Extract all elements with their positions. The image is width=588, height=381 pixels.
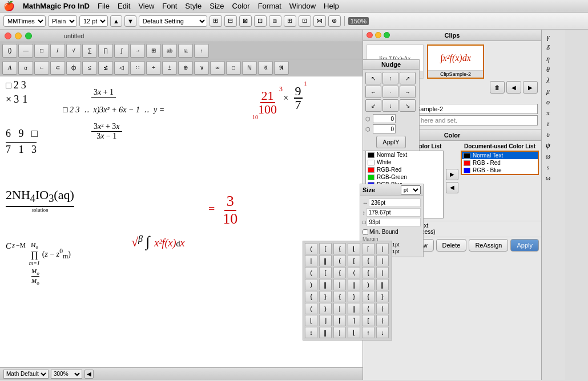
greek-omega2[interactable]: ω: [543, 173, 553, 183]
size-decrement-btn[interactable]: ▲: [110, 15, 122, 27]
color-remove-btn[interactable]: ◀: [446, 182, 458, 193]
sym-btn-6-1[interactable]: ⌋: [319, 315, 332, 326]
greek-eta[interactable]: η: [543, 54, 553, 64]
eq-subset-btn[interactable]: ⊂: [50, 61, 65, 75]
menu-edit[interactable]: Edit: [118, 2, 130, 10]
sym-btn-0-2[interactable]: {: [333, 243, 346, 254]
eq-div2-btn[interactable]: ÷: [146, 61, 161, 75]
greek-tau[interactable]: τ: [543, 119, 553, 129]
eq-sq-btn[interactable]: □: [226, 61, 241, 75]
eq-slash-btn[interactable]: /: [50, 44, 65, 58]
greek-pi[interactable]: π: [543, 108, 553, 118]
eq-alpha-btn[interactable]: α: [18, 61, 33, 75]
sym-btn-0-4[interactable]: ⌈: [362, 243, 374, 254]
sym-btn-7-4[interactable]: ↑: [362, 327, 374, 338]
menu-font[interactable]: Font: [162, 2, 177, 10]
sym-btn-6-0[interactable]: ⌊: [305, 315, 317, 326]
doc-color-blue[interactable]: RGB - Blue: [462, 167, 538, 174]
greek-theta[interactable]: θ: [543, 64, 553, 75]
zoom-fit-btn[interactable]: ◀: [84, 370, 94, 379]
greek-delta-upper[interactable]: δ: [543, 43, 553, 53]
greek-omega-lower[interactable]: ω: [543, 151, 553, 161]
sym-btn-2-1[interactable]: [: [319, 267, 332, 278]
eq-extra-btn[interactable]: ↑: [194, 44, 209, 58]
sym-btn-1-4[interactable]: {: [362, 255, 374, 266]
eq-btn-6[interactable]: ⊞: [284, 15, 296, 27]
preset-select[interactable]: Default Setting: [139, 15, 207, 27]
eq-int-btn[interactable]: ∫: [114, 44, 129, 58]
editor-min-btn[interactable]: [15, 33, 22, 39]
sym-btn-1-1[interactable]: ‖: [319, 255, 332, 266]
eq-inf-btn[interactable]: ∞: [210, 61, 225, 75]
menu-view[interactable]: View: [138, 2, 154, 10]
clips-shortcut-input[interactable]: [403, 115, 538, 125]
eq-matrix-btn[interactable]: ⊞: [146, 44, 161, 58]
sym-btn-6-4[interactable]: [: [362, 315, 374, 326]
eq-btn-7[interactable]: ⊡: [299, 15, 311, 27]
font-style-select[interactable]: Plain: [48, 15, 77, 27]
sym-btn-4-0[interactable]: {: [305, 291, 317, 302]
menu-format[interactable]: Format: [258, 2, 281, 10]
eq-btn-9[interactable]: ⊛: [328, 15, 341, 27]
sym-btn-7-0[interactable]: ↕: [305, 327, 317, 338]
font-family-select[interactable]: MMTimes: [3, 15, 46, 27]
menu-style[interactable]: Style: [185, 2, 202, 10]
sym-btn-5-4[interactable]: ⟨: [362, 303, 374, 314]
sym-btn-4-1[interactable]: }: [319, 291, 332, 302]
greek-s[interactable]: s: [543, 162, 553, 172]
greek-lambda[interactable]: λ: [543, 75, 553, 86]
sym-btn-4-2[interactable]: {: [333, 291, 346, 302]
eq-partial-btn[interactable]: ф: [66, 61, 81, 75]
nudge-upleft[interactable]: ↖: [365, 72, 381, 84]
sym-btn-5-3[interactable]: ‖: [348, 303, 360, 314]
sym-btn-3-0[interactable]: ): [305, 279, 317, 290]
eq-bracket-btn[interactable]: —: [18, 44, 33, 58]
greek-psi[interactable]: ψ: [543, 140, 553, 151]
min-bound-checkbox[interactable]: [363, 229, 368, 235]
sym-btn-5-1[interactable]: ): [319, 303, 332, 314]
sym-btn-7-3[interactable]: ⌊: [348, 327, 360, 338]
eq-leq-btn[interactable]: ≤: [82, 61, 97, 75]
nudge-x-input[interactable]: [373, 114, 396, 123]
nudge-down[interactable]: ↓: [382, 99, 398, 112]
sym-btn-4-3[interactable]: }: [348, 291, 360, 302]
eq-sqrt-btn[interactable]: √: [66, 44, 81, 58]
clips-max-btn[interactable]: [384, 32, 390, 38]
eq-btn-1[interactable]: ⊞: [210, 15, 222, 27]
eq-arrow-btn[interactable]: →: [130, 44, 145, 58]
eq-btn-5[interactable]: ⧈: [269, 15, 281, 27]
eq-box-btn[interactable]: □: [34, 44, 49, 58]
doc-color-red[interactable]: RGB - Red: [462, 159, 538, 167]
clips-next-btn[interactable]: ▶: [523, 81, 538, 94]
greek-gamma[interactable]: γ: [543, 32, 553, 42]
eq-arrow2-btn[interactable]: ←: [34, 61, 49, 75]
sym-btn-3-4[interactable]: ): [362, 279, 374, 290]
sym-btn-4-5[interactable]: }: [376, 291, 389, 302]
sym-btn-4-4[interactable]: {: [362, 291, 374, 302]
sym-btn-5-5[interactable]: ⟩: [376, 303, 389, 314]
nudge-left[interactable]: ←: [365, 86, 381, 98]
clip-item-2[interactable]: ∫x²f(x)dx ClipSample-2: [427, 44, 484, 79]
apple-menu[interactable]: 🍎: [3, 1, 15, 11]
greek-mu[interactable]: μ: [543, 86, 553, 96]
editor-close-btn[interactable]: [5, 33, 11, 39]
nudge-up[interactable]: ↑: [382, 72, 398, 84]
sym-btn-0-3[interactable]: ⌊: [348, 243, 360, 254]
size-unit-select[interactable]: pt: [401, 185, 421, 194]
greek-upsilon[interactable]: υ: [543, 129, 553, 140]
eq-text-btn[interactable]: ab: [162, 44, 177, 58]
eq-pm-btn[interactable]: ±: [162, 61, 177, 75]
eq-oplus-btn[interactable]: ⊕: [178, 61, 193, 75]
eq-nleq-btn[interactable]: ≰: [98, 61, 113, 75]
eq-italic-A[interactable]: A: [2, 61, 17, 75]
eq-btn-8[interactable]: ⋈: [313, 15, 326, 27]
eq-script-btn[interactable]: 𝔄: [258, 61, 273, 75]
eq-prod-btn[interactable]: ∏: [98, 44, 113, 58]
editor-max-btn[interactable]: [25, 33, 32, 39]
eq-dots-btn[interactable]: ∷: [130, 61, 145, 75]
sym-btn-0-0[interactable]: (: [305, 243, 317, 254]
clips-trash-btn[interactable]: 🗑: [490, 81, 505, 94]
eq-paren-btn[interactable]: (): [2, 44, 17, 58]
sym-btn-2-0[interactable]: (: [305, 267, 317, 278]
sym-btn-1-0[interactable]: |: [305, 255, 317, 266]
